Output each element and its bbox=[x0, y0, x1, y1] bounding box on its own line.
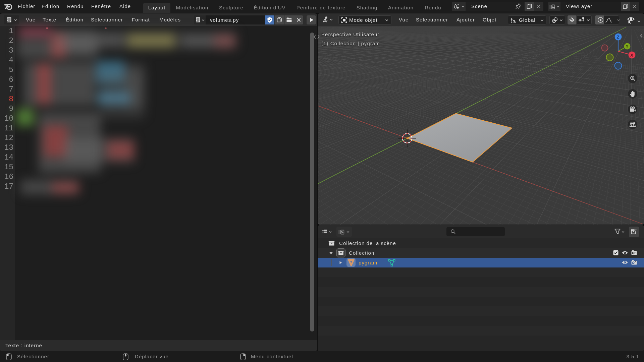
svg-text:X: X bbox=[630, 53, 634, 58]
svg-text:Z: Z bbox=[617, 35, 620, 40]
svg-text:Y: Y bbox=[626, 44, 629, 49]
